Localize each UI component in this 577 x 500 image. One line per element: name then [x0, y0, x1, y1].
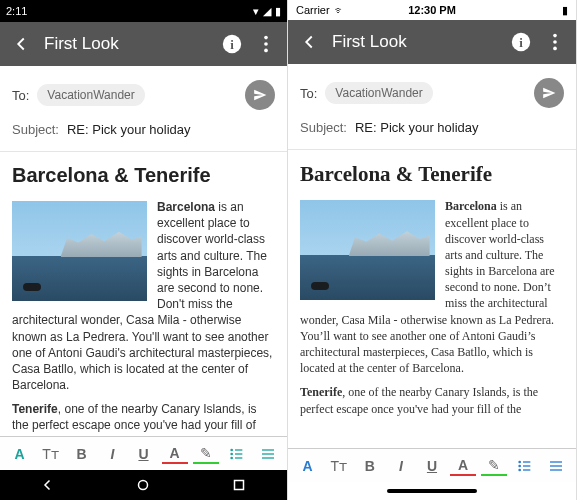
subject-value[interactable]: RE: Pick your holiday — [355, 120, 479, 135]
compose-area: To: VacationWander Subject: RE: Pick you… — [288, 64, 576, 150]
svg-point-5 — [231, 449, 232, 450]
svg-point-18 — [553, 34, 557, 38]
recipient-chip[interactable]: VacationWander — [325, 82, 432, 104]
more-icon[interactable] — [544, 31, 566, 53]
font-button[interactable]: A — [7, 441, 33, 467]
svg-point-3 — [264, 42, 268, 46]
compose-area: To: VacationWander Subject: RE: Pick you… — [0, 66, 287, 152]
signal-icon: ◢ — [263, 5, 271, 18]
body-title: Barcelona & Tenerife — [300, 160, 564, 188]
wifi-icon: ▾ — [253, 5, 259, 18]
svg-point-2 — [264, 36, 268, 40]
svg-point-25 — [519, 469, 520, 470]
italic-button[interactable]: I — [388, 453, 414, 479]
body-title: Barcelona & Tenerife — [12, 162, 275, 189]
battery-icon: ▮ — [275, 5, 281, 18]
paragraph-2: Tenerife, one of the nearby Canary Islan… — [12, 401, 275, 436]
more-icon[interactable] — [255, 33, 277, 55]
email-body[interactable]: Barcelona & Tenerife Barcelona is an exc… — [288, 150, 576, 448]
list-button[interactable] — [512, 453, 538, 479]
ios-status-bar: Carrierᯤ 12:30 PM ▮ — [288, 0, 576, 20]
format-toolbar: A Tᴛ B I U A ✎ — [0, 436, 287, 470]
svg-point-4 — [264, 49, 268, 53]
font-button[interactable]: A — [295, 453, 321, 479]
italic-button[interactable]: I — [100, 441, 126, 467]
size-button[interactable]: Tᴛ — [326, 453, 352, 479]
send-button[interactable] — [245, 80, 275, 110]
svg-text:i: i — [230, 38, 234, 52]
align-button[interactable] — [543, 453, 569, 479]
bold-button[interactable]: B — [357, 453, 383, 479]
svg-text:i: i — [519, 36, 523, 50]
svg-point-21 — [519, 461, 520, 462]
status-time: 12:30 PM — [288, 4, 576, 16]
app-header: First Look i — [288, 20, 576, 64]
svg-point-19 — [553, 40, 557, 44]
highlight-button[interactable]: ✎ — [481, 456, 507, 476]
subject-label: Subject: — [300, 120, 347, 135]
svg-point-23 — [519, 465, 520, 466]
to-label: To: — [300, 86, 317, 101]
svg-point-7 — [231, 453, 232, 454]
format-toolbar: A Tᴛ B I U A ✎ — [288, 448, 576, 482]
recipient-chip[interactable]: VacationWander — [37, 84, 144, 106]
svg-point-14 — [139, 481, 148, 490]
nav-back-icon[interactable] — [39, 476, 57, 494]
size-button[interactable]: Tᴛ — [38, 441, 64, 467]
header-title: First Look — [44, 34, 209, 54]
bold-button[interactable]: B — [69, 441, 95, 467]
svg-point-20 — [553, 47, 557, 51]
to-label: To: — [12, 88, 29, 103]
android-status-bar: 2:11 ▾ ◢ ▮ — [0, 0, 287, 22]
email-body[interactable]: Barcelona & Tenerife Barcelona is an exc… — [0, 152, 287, 436]
barcelona-photo — [300, 200, 435, 300]
svg-point-9 — [231, 457, 232, 458]
info-icon[interactable]: i — [221, 33, 243, 55]
ios-home-indicator[interactable] — [288, 482, 576, 500]
underline-button[interactable]: U — [419, 453, 445, 479]
android-navbar — [0, 470, 287, 500]
barcelona-photo — [12, 201, 147, 301]
paragraph-2: Tenerife, one of the nearby Canary Islan… — [300, 384, 564, 416]
back-icon[interactable] — [298, 31, 320, 53]
nav-home-icon[interactable] — [134, 476, 152, 494]
highlight-button[interactable]: ✎ — [193, 444, 219, 464]
svg-rect-15 — [235, 481, 244, 490]
align-button[interactable] — [255, 441, 281, 467]
send-button[interactable] — [534, 78, 564, 108]
header-title: First Look — [332, 32, 498, 52]
info-icon[interactable]: i — [510, 31, 532, 53]
subject-label: Subject: — [12, 122, 59, 137]
list-button[interactable] — [224, 441, 250, 467]
nav-recent-icon[interactable] — [230, 476, 248, 494]
back-icon[interactable] — [10, 33, 32, 55]
font-color-button[interactable]: A — [162, 444, 188, 464]
font-color-button[interactable]: A — [450, 456, 476, 476]
underline-button[interactable]: U — [131, 441, 157, 467]
status-time: 2:11 — [6, 5, 27, 17]
app-header: First Look i — [0, 22, 287, 66]
subject-value[interactable]: RE: Pick your holiday — [67, 122, 191, 137]
